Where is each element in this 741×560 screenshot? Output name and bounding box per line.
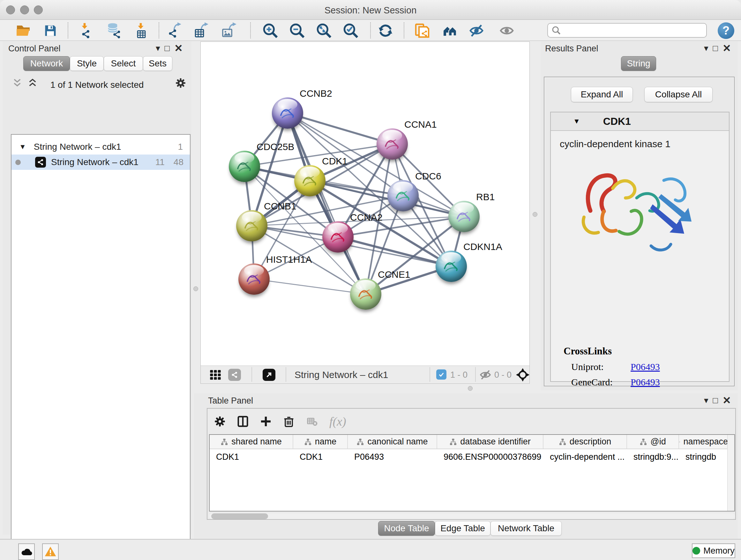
panel-close-icon[interactable]: ✕ [174,43,183,53]
export-network-button[interactable] [166,22,184,40]
node-CDC6[interactable] [387,180,419,211]
crosslink-value-link[interactable]: P06493 [630,361,660,372]
panel-float-icon[interactable]: □ [713,44,718,53]
column-header-name[interactable]: name [293,435,348,449]
panel-close-icon[interactable]: ✕ [723,395,731,406]
delete-column-trash-icon[interactable] [283,415,295,428]
table-cell[interactable]: P06493 [348,450,437,464]
node-RB1[interactable] [448,201,480,232]
panel-menu-icon[interactable]: ▾ [704,44,709,53]
node-CCNB2[interactable] [272,98,303,129]
zoom-selected-button[interactable] [342,22,360,40]
network-type-share-icon[interactable] [228,369,241,381]
column-header-canonical-name[interactable]: canonical name [348,435,437,449]
table-row[interactable]: CDK1CDK1P064939606.ENSP00000378699cyclin… [210,450,729,464]
birds-eye-view-icon[interactable] [516,368,530,382]
table-cell[interactable]: 9606.ENSP00000378699 [437,450,543,464]
table-vertical-scrollbar[interactable] [727,435,734,511]
node-CCNA2[interactable] [322,221,354,253]
node-CCNB1[interactable] [236,210,267,241]
memory-button[interactable]: Memory [692,543,735,558]
tab-string[interactable]: String [621,56,656,71]
table-cell[interactable]: cyclin-dependent ... [543,450,627,464]
network-collection-row[interactable]: ▼ String Network – cdk1 1 [11,139,190,154]
import-table-button[interactable] [132,22,150,40]
crosslink-value-link[interactable]: P06493 [630,377,660,388]
node-CDK1[interactable] [294,165,326,196]
zoom-in-button[interactable] [261,22,279,40]
column-header-namespace[interactable]: namespace [679,435,729,449]
node-CCNE1[interactable] [350,278,381,310]
hidden-eye-icon[interactable] [479,369,492,381]
node-CDC25B[interactable] [229,151,260,182]
duplicate-network-button[interactable] [413,22,431,40]
column-header-description[interactable]: description [543,435,627,449]
panel-float-icon[interactable]: □ [165,44,170,53]
table-cell[interactable]: CDK1 [210,450,293,464]
panel-menu-icon[interactable]: ▾ [704,396,709,405]
warnings-button[interactable] [42,543,59,560]
node-label-CCNB1: CCNB1 [264,201,296,212]
tab-node-table[interactable]: Node Table [378,521,435,536]
table-horizontal-scrollbar[interactable] [209,513,735,519]
tab-network-table[interactable]: Network Table [490,521,562,536]
tab-edge-table[interactable]: Edge Table [435,521,490,536]
memory-label: Memory [703,546,735,556]
right-splitter-handle[interactable] [533,212,537,217]
cloud-button[interactable] [18,543,35,560]
export-image-button[interactable] [220,22,239,40]
network-row-selected[interactable]: String Network – cdk1 11 48 [11,154,190,170]
table-settings-gear-icon[interactable] [214,415,226,428]
import-network-button[interactable] [77,22,95,40]
open-session-button[interactable] [14,22,32,40]
node-CDKN1A[interactable] [435,251,467,282]
network-options-gear-icon[interactable] [175,77,186,89]
expand-all-button[interactable]: Expand All [571,87,633,102]
column-header-shared-name[interactable]: shared name [210,435,293,449]
export-table-button[interactable] [193,22,211,40]
show-columns-icon[interactable] [237,415,249,428]
collection-expander-icon[interactable]: ▼ [19,143,26,151]
detach-view-icon[interactable] [263,369,275,381]
left-splitter-handle[interactable] [193,287,198,291]
home-layout-button[interactable] [441,22,459,40]
network-view: CCNB2 CCNA1 CDC25B CDK1 CDC6 RB1 [200,42,530,384]
footer-separator [475,367,476,382]
show-all-button[interactable] [498,22,516,40]
import-network-from-database-button[interactable] [105,22,123,40]
column-header--id[interactable]: @id [627,435,679,449]
function-builder-icon[interactable]: f(x) [329,415,346,428]
network-canvas[interactable]: CCNB2 CCNA1 CDC25B CDK1 CDC6 RB1 [201,42,529,366]
tab-style[interactable]: Style [70,56,104,71]
search-input[interactable] [563,25,706,36]
result-card-header[interactable]: ▼ CDK1 [551,112,729,131]
node-HIST1H1A[interactable] [239,263,270,295]
grid-view-icon[interactable] [208,368,222,381]
scrollbar-thumb[interactable] [211,513,268,519]
collapse-all-button[interactable]: Collapse All [644,87,713,102]
table-cell[interactable]: stringdb [679,450,729,464]
selected-checkbox-icon[interactable] [436,369,447,380]
panel-float-icon[interactable]: □ [713,396,718,405]
table-cell[interactable]: CDK1 [293,450,348,464]
column-header-database-identifier[interactable]: database identifier [437,435,543,449]
refresh-button[interactable] [377,22,394,40]
panel-close-icon[interactable]: ✕ [723,43,731,53]
bottom-splitter-handle[interactable] [468,386,473,391]
result-expander-icon[interactable]: ▼ [573,117,580,125]
network-view-footer: String Network – cdk1 1 - 0 0 - 0 [201,366,529,383]
zoom-out-button[interactable] [288,22,306,40]
tab-sets[interactable]: Sets [143,56,172,71]
save-session-button[interactable] [42,22,59,40]
help-button[interactable]: ? [718,22,734,39]
delete-table-icon[interactable] [306,416,319,427]
network-status-dot-icon [15,160,21,165]
tab-network[interactable]: Network [23,56,70,71]
hide-selected-button[interactable] [468,22,485,40]
add-column-icon[interactable] [260,415,272,428]
node-CCNA1[interactable] [377,128,408,160]
table-cell[interactable]: stringdb:9... [627,450,679,464]
tab-select[interactable]: Select [104,56,143,71]
panel-menu-icon[interactable]: ▾ [156,44,160,53]
zoom-fit-button[interactable] [315,22,333,40]
